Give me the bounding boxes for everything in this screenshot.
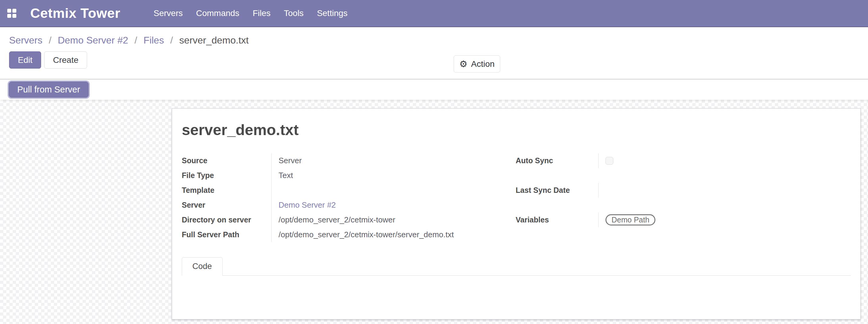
edit-button[interactable]: Edit — [9, 52, 41, 69]
field-label-auto-sync: Auto Sync — [516, 153, 598, 168]
main-menu: Servers Commands Files Tools Settings — [147, 0, 354, 27]
field-label-variables: Variables — [516, 213, 598, 227]
record-title: server_demo.txt — [182, 121, 851, 139]
breadcrumb-demo-server[interactable]: Demo Server #2 — [58, 35, 128, 46]
breadcrumb-separator: / — [49, 35, 52, 46]
variable-tag-demo-path[interactable]: Demo Path — [606, 214, 655, 225]
tab-code[interactable]: Code — [182, 257, 223, 276]
notebook: Code — [182, 257, 851, 309]
create-button[interactable]: Create — [44, 52, 87, 69]
tab-code-content — [182, 276, 851, 309]
field-label-file-type: File Type — [182, 168, 271, 183]
control-panel: Servers / Demo Server #2 / Files / serve… — [0, 27, 868, 79]
menu-item-servers[interactable]: Servers — [147, 0, 189, 27]
field-value-directory: /opt/demo_server_2/cetmix-tower — [271, 213, 516, 227]
field-group-right: Auto Sync Last Sync Date Variables Demo … — [516, 153, 851, 242]
form-sheet: server_demo.txt Source Server File Type … — [172, 108, 861, 320]
field-label-source: Source — [182, 153, 271, 168]
field-label-template: Template — [182, 183, 271, 198]
field-label-server: Server — [182, 198, 271, 213]
field-value-server-link[interactable]: Demo Server #2 — [271, 198, 516, 213]
field-value-variables: Demo Path — [598, 213, 851, 227]
breadcrumb-separator: / — [134, 35, 137, 46]
button-row: Edit Create — [9, 52, 859, 69]
gear-icon: ⚙ — [459, 59, 468, 69]
top-navbar: Cetmix Tower Servers Commands Files Tool… — [0, 0, 868, 27]
tab-header: Code — [182, 257, 851, 276]
field-label-directory: Directory on server — [182, 213, 271, 227]
menu-item-commands[interactable]: Commands — [189, 0, 246, 27]
auto-sync-checkbox[interactable] — [606, 157, 613, 165]
app-brand-title: Cetmix Tower — [30, 5, 120, 21]
menu-item-settings[interactable]: Settings — [310, 0, 354, 27]
breadcrumb: Servers / Demo Server #2 / Files / serve… — [9, 27, 859, 46]
field-label-full-path: Full Server Path — [182, 227, 271, 242]
field-label-last-sync-date: Last Sync Date — [516, 183, 598, 198]
field-value-file-type: Text — [271, 168, 516, 183]
breadcrumb-servers[interactable]: Servers — [9, 35, 42, 46]
field-value-last-sync-date — [598, 183, 851, 198]
field-value-full-path: /opt/demo_server_2/cetmix-tower/server_d… — [271, 227, 516, 242]
field-value-auto-sync — [598, 153, 851, 168]
menu-item-files[interactable]: Files — [246, 0, 277, 27]
field-value-template — [271, 183, 516, 198]
action-button-label: Action — [471, 59, 495, 69]
menu-item-tools[interactable]: Tools — [277, 0, 310, 27]
pull-from-server-button[interactable]: Pull from Server — [9, 82, 89, 98]
apps-grid-icon[interactable] — [7, 9, 16, 18]
action-button[interactable]: ⚙ Action — [454, 55, 500, 72]
breadcrumb-separator: / — [170, 35, 173, 46]
breadcrumb-current-file: server_demo.txt — [179, 35, 249, 46]
field-group-left: Source Server File Type Text Template Se… — [182, 153, 516, 242]
breadcrumb-files[interactable]: Files — [144, 35, 164, 46]
form-view-background: server_demo.txt Source Server File Type … — [0, 100, 868, 324]
field-groups: Source Server File Type Text Template Se… — [182, 153, 851, 242]
field-value-source: Server — [271, 153, 516, 168]
form-statusbar: Pull from Server — [0, 79, 868, 100]
